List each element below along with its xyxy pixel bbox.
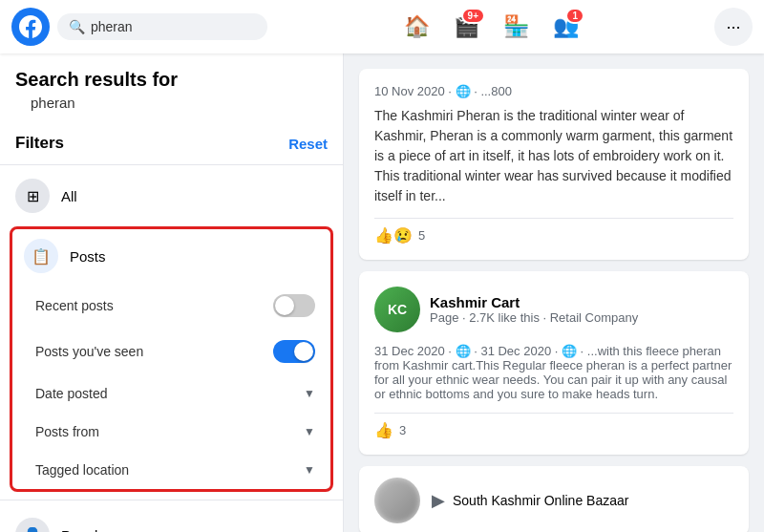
- page-info-text: Page · 2.7K like this · Retail Company: [430, 310, 638, 325]
- tagged-location-label: Tagged location: [35, 462, 129, 478]
- post1-reaction-icons: 👍😢: [374, 226, 413, 245]
- recent-posts-label: Recent posts: [35, 298, 114, 313]
- search-query-text: pheran: [15, 95, 328, 111]
- right-content: 10 Nov 2020 · 🌐 · ...800 The Kashmiri Ph…: [344, 53, 764, 532]
- page1-post-meta: 31 Dec 2020 · 🌐 · 31 Dec 2020 · 🌐 · ...w…: [374, 344, 733, 401]
- search-results-heading: Search results for: [15, 69, 328, 91]
- toggle-knob-on: [294, 342, 313, 361]
- ellipsis-icon: ···: [726, 17, 740, 37]
- search-input[interactable]: [91, 19, 256, 34]
- page-header: KC Kashmir Cart Page · 2.7K like this · …: [374, 287, 733, 332]
- posts-icon: 📋: [32, 247, 51, 266]
- nav-right: ···: [714, 8, 753, 46]
- store-nav-btn[interactable]: 🏪: [493, 4, 539, 50]
- post1-reaction-count: 5: [418, 228, 425, 243]
- nav-center: 🏠 🎬 9+ 🏪 👥 1: [275, 4, 707, 50]
- recent-posts-filter: Recent posts: [12, 283, 330, 329]
- recent-posts-toggle[interactable]: [273, 294, 315, 317]
- posts-from-label: Posts from: [35, 424, 99, 439]
- group-badge: 1: [565, 8, 584, 24]
- group-nav-btn[interactable]: 👥 1: [542, 4, 588, 50]
- play-icon: ▶: [432, 490, 445, 511]
- posts-seen-label: Posts you've seen: [35, 344, 143, 359]
- date-posted-label: Date posted: [35, 386, 108, 401]
- posts-seen-toggle[interactable]: [273, 340, 315, 363]
- page-avatar: KC: [374, 287, 420, 332]
- posts-filter-box: 📋 Posts Recent posts Posts you've seen: [10, 226, 333, 492]
- page-name: Kashmir Cart: [430, 294, 638, 310]
- people-filter-label: People: [61, 527, 106, 533]
- posts-filter-icon: 📋: [24, 239, 58, 273]
- post1-reactions: 👍😢 5: [374, 218, 733, 245]
- store-icon: 🏪: [503, 14, 529, 39]
- filters-header: Filters Reset: [0, 118, 343, 160]
- page1-reaction-count: 3: [399, 423, 406, 437]
- post1-text: The Kashmiri Pheran is the traditional w…: [374, 106, 733, 206]
- tagged-location-filter[interactable]: Tagged location ▼: [12, 451, 330, 489]
- filter-people[interactable]: 👤 People: [0, 508, 343, 532]
- all-filter-icon: ⊞: [15, 179, 50, 213]
- filters-title: Filters: [15, 134, 64, 153]
- search-icon: 🔍: [69, 19, 85, 34]
- south-info: ▶ South Kashmir Online Bazaar: [432, 490, 628, 511]
- posts-from-chevron-icon: ▼: [304, 425, 315, 438]
- more-btn[interactable]: ···: [714, 8, 753, 46]
- all-filter-label: All: [61, 188, 77, 204]
- search-box[interactable]: 🔍: [57, 13, 267, 40]
- left-sidebar: Search results for pheran Filters Reset …: [0, 53, 344, 532]
- divider: [0, 164, 343, 165]
- posts-filter-label: Posts: [70, 248, 106, 265]
- reset-button[interactable]: Reset: [288, 136, 328, 152]
- page-card-1: KC Kashmir Cart Page · 2.7K like this · …: [359, 271, 749, 455]
- south-avatar: [374, 478, 420, 523]
- facebook-logo[interactable]: [11, 8, 50, 46]
- grid-icon: ⊞: [27, 187, 39, 205]
- video-nav-btn[interactable]: 🎬 9+: [443, 4, 489, 50]
- page1-reaction-icons: 👍: [374, 421, 393, 439]
- blurred-avatar-img: [374, 478, 420, 523]
- top-navigation: 🔍 🏠 🎬 9+ 🏪 👥 1 ···: [0, 0, 764, 53]
- post-card-1: 10 Nov 2020 · 🌐 · ...800 The Kashmiri Ph…: [359, 69, 749, 260]
- filter-posts[interactable]: 📋 Posts: [12, 229, 330, 283]
- filter-all[interactable]: ⊞ All: [0, 169, 343, 223]
- tagged-location-chevron-icon: ▼: [304, 463, 315, 477]
- page1-post-text: 31 Dec 2020 · 🌐 · ...with this fleece ph…: [374, 344, 732, 401]
- south-name: South Kashmir Online Bazaar: [453, 493, 628, 508]
- page-info-block: Kashmir Cart Page · 2.7K like this · Ret…: [430, 294, 638, 325]
- posts-from-filter[interactable]: Posts from ▼: [12, 413, 330, 451]
- home-icon: 🏠: [404, 14, 430, 39]
- posts-seen-filter: Posts you've seen: [12, 329, 330, 374]
- date-posted-chevron-icon: ▼: [304, 387, 315, 400]
- person-icon: 👤: [23, 526, 42, 533]
- page-layout: Search results for pheran Filters Reset …: [0, 53, 764, 532]
- toggle-knob: [275, 296, 294, 315]
- home-nav-btn[interactable]: 🏠: [393, 4, 439, 50]
- divider-2: [0, 500, 343, 500]
- post1-meta: 10 Nov 2020 · 🌐 · ...800: [374, 84, 733, 98]
- video-badge: 9+: [461, 8, 485, 24]
- date-posted-filter[interactable]: Date posted ▼: [12, 374, 330, 413]
- page1-reactions: 👍 3: [374, 413, 733, 439]
- search-title-section: Search results for pheran: [0, 69, 343, 111]
- people-filter-icon: 👤: [15, 518, 50, 532]
- south-item: ▶ South Kashmir Online Bazaar: [359, 466, 749, 532]
